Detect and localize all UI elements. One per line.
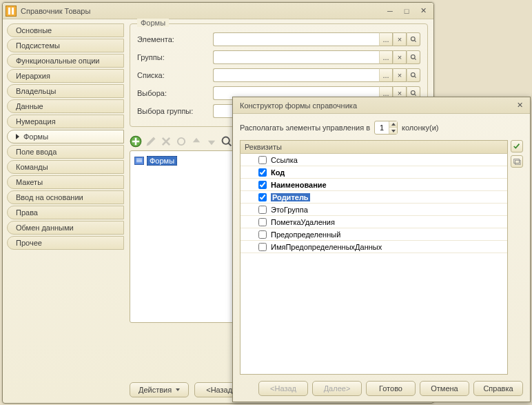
form-input-group: ...× (213, 68, 420, 82)
maximize-button[interactable]: □ (399, 6, 414, 17)
form-label: Выбора: (137, 89, 213, 97)
item-label: Ссылка (271, 156, 298, 164)
dlg-back-button[interactable]: <Назад (258, 381, 308, 396)
columns-spinner[interactable] (374, 121, 398, 135)
uncheck-all-button[interactable] (511, 155, 523, 168)
move-up-button (190, 135, 203, 148)
attribute-list[interactable]: СсылкаКодНаименованиеРодительЭтоГруппаПо… (240, 154, 508, 375)
dlg-next-button[interactable]: Далее> (312, 381, 362, 396)
delete-button (160, 135, 172, 148)
dlg-done-button[interactable]: Готово (366, 381, 416, 396)
form-input[interactable] (213, 32, 379, 46)
dialog-close-button[interactable]: ✕ (512, 100, 527, 111)
item-label: Родитель (271, 193, 310, 201)
item-checkbox[interactable] (258, 230, 267, 239)
svg-point-6 (223, 137, 229, 144)
active-tab-arrow-icon (16, 134, 19, 139)
tab-label: Владельцы (16, 87, 56, 95)
tab-8[interactable]: Поле ввода (7, 145, 124, 159)
list-item[interactable]: Ссылка (241, 154, 507, 166)
tab-6[interactable]: Нумерация (7, 115, 124, 128)
item-checkbox[interactable] (258, 193, 267, 201)
columns-value[interactable] (375, 123, 389, 132)
spinner-down[interactable] (389, 128, 397, 134)
lookup-button[interactable] (407, 32, 420, 46)
svg-rect-8 (515, 160, 520, 164)
clear-button[interactable]: × (393, 68, 407, 82)
actions-button[interactable]: Действия (130, 382, 189, 397)
form-input[interactable] (213, 68, 379, 82)
form-label: Группы: (137, 53, 213, 61)
tab-3[interactable]: Иерархия (7, 69, 124, 83)
spinner-up[interactable] (389, 121, 397, 128)
columns-label-b: колонку(и) (402, 124, 438, 132)
ellipsis-button[interactable]: ... (379, 68, 393, 82)
main-titlebar: Справочник Товары ─ □ ✕ (3, 3, 433, 19)
list-item[interactable]: ПометкаУдаления (241, 216, 507, 228)
tab-label: Данные (16, 102, 43, 110)
dlg-cancel-button[interactable]: Отмена (420, 381, 469, 396)
tab-9[interactable]: Команды (7, 160, 124, 174)
constructor-dialog: Конструктор формы справочника ✕ Располаг… (232, 97, 531, 402)
dlg-help-button[interactable]: Справка (473, 381, 523, 396)
tab-12[interactable]: Права (7, 206, 124, 219)
check-all-button[interactable] (511, 140, 523, 152)
clear-button[interactable]: × (393, 50, 407, 64)
list-item[interactable]: Код (241, 166, 507, 179)
list-item[interactable]: ЭтоГруппа (241, 204, 507, 216)
list-header: Реквизиты (240, 140, 508, 154)
ellipsis-button[interactable]: ... (379, 32, 393, 46)
item-checkbox[interactable] (258, 156, 267, 164)
tab-label: Макеты (16, 178, 43, 186)
minimize-button[interactable]: ─ (382, 6, 398, 17)
dialog-titlebar: Конструктор формы справочника ✕ (233, 97, 530, 114)
tab-4[interactable]: Владельцы (7, 84, 124, 98)
ellipsis-button[interactable]: ... (379, 50, 393, 64)
tab-1[interactable]: Подсистемы (7, 39, 124, 52)
item-checkbox[interactable] (258, 181, 267, 189)
tab-label: Поле ввода (16, 148, 57, 156)
tab-7[interactable]: Формы (7, 130, 124, 144)
list-item[interactable]: ИмяПредопределенныхДанных (241, 241, 507, 253)
item-label: ПометкаУдаления (271, 218, 335, 226)
item-checkbox[interactable] (258, 168, 267, 177)
form-icon (134, 157, 144, 165)
tab-2[interactable]: Функциональные опции (7, 54, 124, 68)
move-down-button (205, 135, 218, 148)
svg-point-2 (411, 72, 415, 77)
item-checkbox[interactable] (258, 218, 267, 226)
svg-point-3 (411, 90, 415, 95)
clear-button[interactable]: × (393, 32, 407, 46)
item-checkbox[interactable] (258, 243, 267, 251)
form-row-1: Группы:...× (137, 50, 420, 64)
tab-13[interactable]: Обмен данными (7, 221, 124, 235)
columns-label-a: Располагать элементы управления в (240, 124, 370, 132)
tab-label: Функциональные опции (16, 57, 99, 65)
tab-label: Права (16, 208, 38, 217)
list-item[interactable]: Родитель (241, 191, 507, 204)
item-label: ИмяПредопределенныхДанных (271, 243, 382, 251)
form-label: Списка: (137, 71, 213, 79)
lookup-button[interactable] (407, 50, 420, 64)
close-button[interactable]: ✕ (416, 6, 431, 17)
tab-10[interactable]: Макеты (7, 175, 124, 189)
tab-label: Иерархия (16, 72, 50, 80)
tab-0[interactable]: Основные (7, 23, 124, 37)
lookup-button[interactable] (407, 68, 420, 82)
tab-5[interactable]: Данные (7, 99, 124, 113)
svg-rect-7 (514, 159, 520, 164)
magnifier-button[interactable] (221, 135, 233, 148)
form-label: Элемента: (137, 35, 213, 43)
tree-selected-label: Формы (147, 156, 177, 166)
item-checkbox[interactable] (258, 206, 267, 214)
form-input[interactable] (213, 50, 379, 64)
forms-legend: Формы (137, 19, 169, 27)
tab-11[interactable]: Ввод на основании (7, 190, 124, 204)
tab-label: Ввод на основании (16, 193, 83, 201)
list-item[interactable]: Наименование (241, 179, 507, 191)
add-button[interactable] (130, 135, 142, 148)
list-item[interactable]: Предопределенный (241, 228, 507, 241)
tab-14[interactable]: Прочее (7, 236, 124, 250)
item-label: Код (271, 168, 285, 177)
tab-label: Основные (16, 26, 52, 34)
